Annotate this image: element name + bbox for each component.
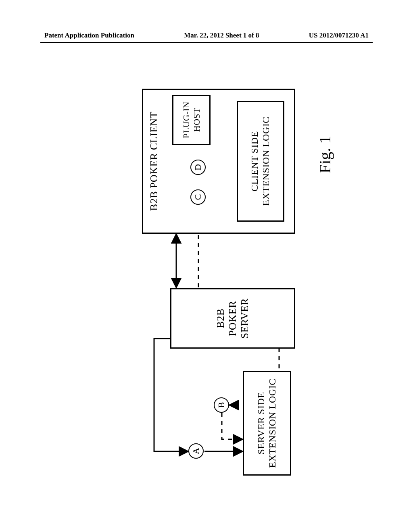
header-left: Patent Application Publication xyxy=(44,31,134,39)
label-d: D xyxy=(190,160,206,175)
label-a: A xyxy=(188,443,204,459)
header-rule xyxy=(40,42,373,43)
plugin-host-box: PLUG-INHOST xyxy=(172,95,211,145)
client-side-extension-box: CLIENT SIDEEXTENSION LOGIC xyxy=(237,101,284,222)
label-b: B xyxy=(214,397,229,413)
b2b-poker-server-box: B2B POKER SERVER xyxy=(170,288,295,349)
header-right: US 2012/0071230 A1 xyxy=(309,31,369,39)
server-side-extension-box: SERVER SIDEEXTENSION LOGIC xyxy=(243,371,291,476)
page-header: Patent Application Publication Mar. 22, … xyxy=(0,31,413,39)
header-center: Mar. 22, 2012 Sheet 1 of 8 xyxy=(184,31,259,39)
client-title: B2B POKER CLIENT xyxy=(148,90,160,233)
figure-1: SERVER SIDEEXTENSION LOGIC B2B POKER SER… xyxy=(69,77,344,488)
label-c: C xyxy=(190,189,206,205)
figure-caption: Fig. 1 xyxy=(315,136,334,173)
